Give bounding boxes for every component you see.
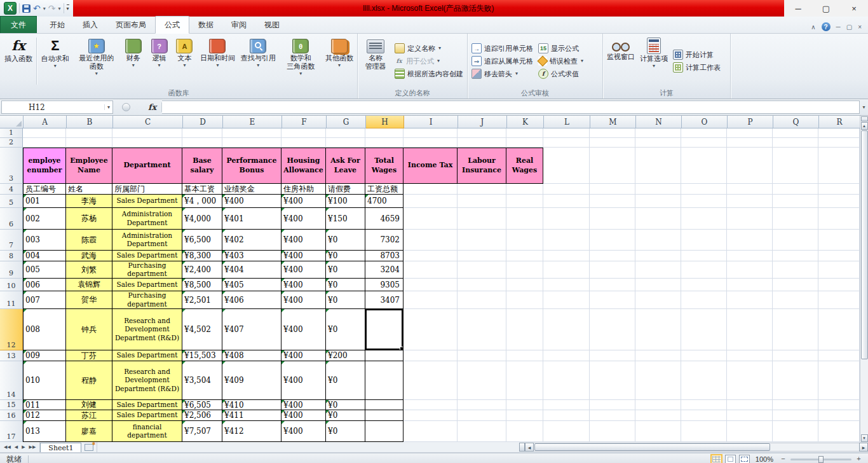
row-header-17[interactable]: 17 <box>0 421 23 442</box>
cell-J16[interactable] <box>458 410 506 421</box>
horizontal-scroll-thumb[interactable] <box>534 443 770 451</box>
cell-D7[interactable]: ¥6,500 <box>182 230 222 251</box>
cell-O14[interactable] <box>681 361 727 400</box>
cell-K10[interactable] <box>506 279 543 291</box>
cell-F12[interactable]: ¥400 <box>281 309 326 350</box>
cell-Q15[interactable] <box>773 400 818 410</box>
cell-L17[interactable] <box>543 421 590 442</box>
cell-R6[interactable] <box>818 208 860 230</box>
tab-insert[interactable]: 插入 <box>74 17 107 33</box>
cell-J17[interactable] <box>458 421 506 442</box>
cell-M12[interactable] <box>590 309 635 350</box>
cell-D6[interactable]: ¥4,000 <box>182 208 222 230</box>
cell-H17[interactable] <box>365 421 403 442</box>
cell-Q1[interactable] <box>773 128 818 138</box>
cell-D12[interactable]: ¥4,502 <box>182 309 222 350</box>
cell-I9[interactable] <box>403 261 458 279</box>
redo-dropdown-arrow-icon[interactable]: ▾ <box>58 6 60 11</box>
cell-J11[interactable] <box>458 291 506 309</box>
prev-sheet-icon[interactable]: ◀ <box>13 445 19 450</box>
column-header-G[interactable]: G <box>327 116 366 128</box>
cell-H3[interactable]: Total Wages <box>365 148 403 184</box>
cell-H2[interactable] <box>365 138 403 148</box>
workbook-close-icon[interactable]: × <box>858 24 862 31</box>
cell-M3[interactable] <box>590 148 635 184</box>
cell-A5[interactable]: 001 <box>23 195 66 208</box>
cell-K13[interactable] <box>506 350 543 361</box>
workbook-minimize-icon[interactable]: ─ <box>836 24 841 31</box>
calculate-sheet-button[interactable]: 计算工作表 <box>670 62 723 74</box>
cell-G6[interactable]: ¥150 <box>326 208 365 230</box>
cell-N6[interactable] <box>635 208 681 230</box>
cell-D10[interactable]: ¥8,500 <box>182 279 222 291</box>
cell-F4[interactable]: 住房补助 <box>281 184 326 195</box>
cell-J4[interactable] <box>458 184 506 195</box>
column-header-P[interactable]: P <box>728 116 773 128</box>
cell-B12[interactable]: 钟兵 <box>66 309 112 350</box>
cell-G3[interactable]: Ask For Leave <box>326 148 365 184</box>
restore-window-icon[interactable]: ▢ <box>812 0 840 17</box>
cell-A10[interactable]: 006 <box>23 279 66 291</box>
cell-A13[interactable]: 009 <box>23 350 66 361</box>
cell-F3[interactable]: Housing Allowance <box>281 148 326 184</box>
error-checking-button[interactable]: 错误检查▾ <box>536 55 586 67</box>
name-manager-button[interactable]: 名称 管理器 <box>359 35 392 87</box>
cell-I4[interactable] <box>403 184 458 195</box>
tab-file[interactable]: 文件 <box>0 16 37 33</box>
cell-R5[interactable] <box>818 195 860 208</box>
cell-F8[interactable]: ¥400 <box>281 251 326 261</box>
cell-Q3[interactable] <box>773 148 818 184</box>
cell-N11[interactable] <box>635 291 681 309</box>
cell-K11[interactable] <box>506 291 543 309</box>
cell-L10[interactable] <box>543 279 590 291</box>
cell-C4[interactable]: 所属部门 <box>112 184 182 195</box>
cell-E13[interactable]: ¥408 <box>222 350 281 361</box>
cell-N4[interactable] <box>635 184 681 195</box>
cell-I15[interactable] <box>403 400 458 410</box>
first-sheet-icon[interactable]: ◀◀ <box>3 445 12 450</box>
cell-G1[interactable] <box>326 128 365 138</box>
cell-Q16[interactable] <box>773 410 818 421</box>
cell-L11[interactable] <box>543 291 590 309</box>
cell-N3[interactable] <box>635 148 681 184</box>
cell-C17[interactable]: financial department <box>112 421 182 442</box>
cell-I8[interactable] <box>403 251 458 261</box>
vertical-scroll-thumb[interactable] <box>861 130 868 359</box>
cell-B11[interactable]: 贺华 <box>66 291 112 309</box>
cell-H5[interactable]: 4700 <box>365 195 403 208</box>
column-header-O[interactable]: O <box>682 116 728 128</box>
cell-A3[interactable]: employe enumber <box>23 148 66 184</box>
cell-G15[interactable]: ¥0 <box>326 400 365 410</box>
column-header-B[interactable]: B <box>67 116 113 128</box>
define-name-button[interactable]: 定义名称▾ <box>392 43 466 55</box>
cell-R8[interactable] <box>818 251 860 261</box>
cell-N15[interactable] <box>635 400 681 410</box>
column-header-R[interactable]: R <box>819 116 860 128</box>
row-header-1[interactable]: 1 <box>0 128 23 138</box>
cell-R7[interactable] <box>818 230 860 251</box>
cell-B13[interactable]: 丁芬 <box>66 350 112 361</box>
cell-H14[interactable] <box>365 361 403 400</box>
cell-D11[interactable]: ¥2,501 <box>182 291 222 309</box>
column-header-J[interactable]: J <box>458 116 507 128</box>
cell-P15[interactable] <box>727 400 773 410</box>
cell-Q2[interactable] <box>773 138 818 148</box>
cell-F10[interactable]: ¥400 <box>281 279 326 291</box>
cell-D8[interactable]: ¥8,300 <box>182 251 222 261</box>
cell-I2[interactable] <box>403 138 458 148</box>
save-icon[interactable] <box>22 4 31 13</box>
cell-K6[interactable] <box>506 208 543 230</box>
cell-J8[interactable] <box>458 251 506 261</box>
page-break-view-icon[interactable] <box>739 455 750 463</box>
cell-F2[interactable] <box>281 138 326 148</box>
cell-P8[interactable] <box>727 251 773 261</box>
cell-E16[interactable]: ¥411 <box>222 410 281 421</box>
cell-D5[interactable]: ¥4，000 <box>182 195 222 208</box>
recent-functions-button[interactable]: ★最近使用的 函数▾ <box>73 35 120 87</box>
cell-L5[interactable] <box>543 195 590 208</box>
cell-E11[interactable]: ¥406 <box>222 291 281 309</box>
cell-G17[interactable]: ¥0 <box>326 421 365 442</box>
use-in-formula-button[interactable]: fx用于公式▾ <box>392 55 466 67</box>
tab-home[interactable]: 开始 <box>41 17 74 33</box>
row-header-5[interactable]: 5 <box>0 195 23 208</box>
